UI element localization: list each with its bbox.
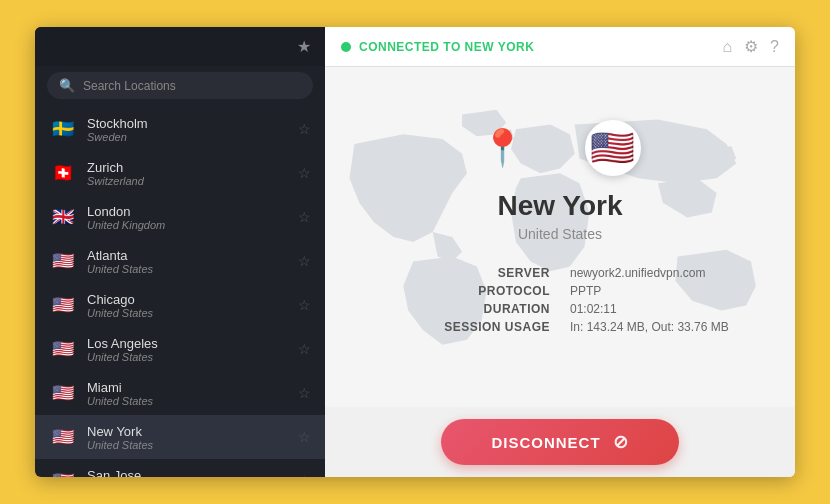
- location-country-london: United Kingdom: [87, 219, 288, 231]
- flag-miami: 🇺🇸: [49, 379, 77, 407]
- flag-chicago: 🇺🇸: [49, 291, 77, 319]
- country-name: United States: [518, 226, 602, 242]
- server-label: SERVER: [391, 266, 550, 280]
- location-country-zurich: Switzerland: [87, 175, 288, 187]
- sidebar-header: ★: [35, 27, 325, 66]
- star-btn-chicago[interactable]: ☆: [298, 297, 311, 313]
- star-btn-stockholm[interactable]: ☆: [298, 121, 311, 137]
- flag-los-angeles: 🇺🇸: [49, 335, 77, 363]
- flag-new-york: 🇺🇸: [49, 423, 77, 451]
- map-area: 📍 🇺🇸 New York United States SERVER newyo…: [325, 67, 795, 407]
- search-icon: 🔍: [59, 78, 75, 93]
- location-item-san-jose[interactable]: 🇺🇸 San Jose United States ☆: [35, 459, 325, 477]
- top-bar: CONNECTED TO NEW YORK ⌂ ⚙ ?: [325, 27, 795, 67]
- info-grid: SERVER newyork2.unifiedvpn.com PROTOCOL …: [391, 266, 729, 334]
- status-text: CONNECTED TO NEW YORK: [359, 40, 534, 54]
- location-name-new-york: New York: [87, 424, 288, 439]
- search-bar[interactable]: 🔍: [47, 72, 313, 99]
- flag-emoji: 🇺🇸: [590, 127, 635, 169]
- location-name-chicago: Chicago: [87, 292, 288, 307]
- server-value: newyork2.unifiedvpn.com: [570, 266, 729, 280]
- star-btn-miami[interactable]: ☆: [298, 385, 311, 401]
- protocol-value: PPTP: [570, 284, 729, 298]
- duration-value: 01:02:11: [570, 302, 729, 316]
- location-name-miami: Miami: [87, 380, 288, 395]
- location-name-london: London: [87, 204, 288, 219]
- flag-london: 🇬🇧: [49, 203, 77, 231]
- star-btn-zurich[interactable]: ☆: [298, 165, 311, 181]
- sidebar: ★ 🔍 🇸🇪 Stockholm Sweden ☆ 🇨🇭 Zurich Swit…: [35, 27, 325, 477]
- location-item-new-york[interactable]: 🇺🇸 New York United States ☆: [35, 415, 325, 459]
- country-flag-circle: 🇺🇸: [585, 120, 641, 176]
- location-item-atlanta[interactable]: 🇺🇸 Atlanta United States ☆: [35, 239, 325, 283]
- map-content: 📍 🇺🇸 New York United States SERVER newyo…: [391, 120, 729, 334]
- session-label: SESSION USAGE: [391, 320, 550, 334]
- location-country-miami: United States: [87, 395, 288, 407]
- disconnect-bar: DISCONNECT ⊘: [325, 407, 795, 477]
- map-icons-row: 📍 🇺🇸: [480, 120, 641, 176]
- settings-icon[interactable]: ⚙: [744, 37, 758, 56]
- location-name-atlanta: Atlanta: [87, 248, 288, 263]
- flag-san-jose: 🇺🇸: [49, 467, 77, 477]
- location-item-london[interactable]: 🇬🇧 London United Kingdom ☆: [35, 195, 325, 239]
- disconnect-icon: ⊘: [613, 431, 629, 453]
- flag-atlanta: 🇺🇸: [49, 247, 77, 275]
- disconnect-button[interactable]: DISCONNECT ⊘: [441, 419, 678, 465]
- location-item-zurich[interactable]: 🇨🇭 Zurich Switzerland ☆: [35, 151, 325, 195]
- location-name-zurich: Zurich: [87, 160, 288, 175]
- duration-label: DURATION: [391, 302, 550, 316]
- disconnect-label: DISCONNECT: [491, 434, 600, 451]
- connection-status: CONNECTED TO NEW YORK: [341, 40, 534, 54]
- main-panel: CONNECTED TO NEW YORK ⌂ ⚙ ?: [325, 27, 795, 477]
- location-item-miami[interactable]: 🇺🇸 Miami United States ☆: [35, 371, 325, 415]
- favorites-star-icon[interactable]: ★: [297, 37, 311, 56]
- location-pin-icon: 📍: [480, 127, 525, 169]
- star-btn-san-jose[interactable]: ☆: [298, 473, 311, 477]
- location-country-stockholm: Sweden: [87, 131, 288, 143]
- star-btn-los-angeles[interactable]: ☆: [298, 341, 311, 357]
- location-item-stockholm[interactable]: 🇸🇪 Stockholm Sweden ☆: [35, 107, 325, 151]
- star-btn-atlanta[interactable]: ☆: [298, 253, 311, 269]
- help-icon[interactable]: ?: [770, 38, 779, 56]
- top-bar-icons: ⌂ ⚙ ?: [722, 37, 779, 56]
- session-value: In: 143.24 MB, Out: 33.76 MB: [570, 320, 729, 334]
- location-name-san-jose: San Jose: [87, 468, 288, 478]
- location-name-stockholm: Stockholm: [87, 116, 288, 131]
- flag-zurich: 🇨🇭: [49, 159, 77, 187]
- city-name: New York: [497, 190, 622, 222]
- location-item-los-angeles[interactable]: 🇺🇸 Los Angeles United States ☆: [35, 327, 325, 371]
- app-window: ★ 🔍 🇸🇪 Stockholm Sweden ☆ 🇨🇭 Zurich Swit…: [35, 27, 795, 477]
- star-btn-new-york[interactable]: ☆: [298, 429, 311, 445]
- protocol-label: PROTOCOL: [391, 284, 550, 298]
- location-list: 🇸🇪 Stockholm Sweden ☆ 🇨🇭 Zurich Switzerl…: [35, 107, 325, 477]
- status-dot: [341, 42, 351, 52]
- location-country-los-angeles: United States: [87, 351, 288, 363]
- flag-stockholm: 🇸🇪: [49, 115, 77, 143]
- location-country-chicago: United States: [87, 307, 288, 319]
- location-country-atlanta: United States: [87, 263, 288, 275]
- location-item-chicago[interactable]: 🇺🇸 Chicago United States ☆: [35, 283, 325, 327]
- search-input[interactable]: [83, 79, 301, 93]
- location-country-new-york: United States: [87, 439, 288, 451]
- star-btn-london[interactable]: ☆: [298, 209, 311, 225]
- location-name-los-angeles: Los Angeles: [87, 336, 288, 351]
- home-icon[interactable]: ⌂: [722, 38, 732, 56]
